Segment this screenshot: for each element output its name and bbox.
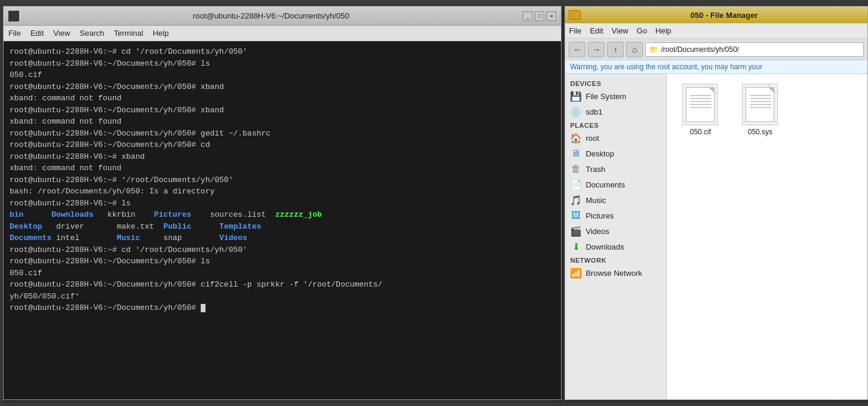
sidebar-item-trash[interactable]: 🗑 Trash	[565, 161, 666, 177]
sidebar-item-downloads[interactable]: ⬇ Downloads	[565, 239, 666, 254]
sidebar-item-browse-network[interactable]: 📶 Browse Network	[565, 265, 666, 281]
term-line: root@ubuntu-2288H-V6:~/Documents/yh/050#…	[10, 279, 555, 302]
term-ls-row2: Desktop driver make.txt Public Templates	[10, 221, 555, 233]
forward-button[interactable]: →	[588, 42, 605, 57]
term-line: root@ubuntu-2288H-V6:~# '/root/Documents…	[10, 174, 555, 186]
menu-search[interactable]: Search	[79, 29, 104, 38]
network-icon: 📶	[570, 267, 582, 279]
close-button[interactable]: ×	[547, 11, 556, 21]
file-line	[750, 107, 771, 108]
menu-file[interactable]: File	[8, 29, 21, 38]
window-controls: _ □ ×	[523, 11, 556, 21]
back-button[interactable]: ←	[569, 42, 585, 57]
sidebar-item-pictures[interactable]: 🖼 Pictures	[565, 208, 666, 223]
term-line: root@ubuntu-2288H-V6:~/Documents/yh/050#…	[10, 104, 555, 116]
fm-titlebar: 050 - File Manager	[565, 7, 867, 23]
file-lines	[750, 95, 771, 110]
sidebar-item-filesystem[interactable]: 💾 File System	[565, 88, 666, 104]
term-line: xband: command not found	[10, 116, 555, 128]
term-line: root@ubuntu-2288H-V6:~# cd '/root/Docume…	[10, 46, 555, 58]
sidebar-item-documents[interactable]: 📄 Documents	[565, 177, 666, 192]
file-lines	[690, 95, 711, 110]
fm-menu-go[interactable]: Go	[637, 26, 647, 35]
term-line: root@ubuntu-2288H-V6:~# ls	[10, 198, 555, 210]
fm-menubar: File Edit View Go Help	[565, 23, 867, 39]
term-ls-row1: bin Downloads kkrbin Pictures sources.li…	[10, 209, 555, 221]
filesystem-label: File System	[585, 92, 626, 101]
file-name-050sys: 050.sys	[748, 128, 772, 136]
file-line	[690, 98, 711, 99]
term-line: xband: command not found	[10, 93, 555, 104]
terminal-icon	[8, 11, 19, 21]
file-line	[690, 101, 711, 102]
menu-terminal[interactable]: Terminal	[114, 29, 143, 38]
desktop-icon: 🖥	[570, 147, 582, 159]
up-button[interactable]: ↑	[607, 42, 624, 57]
sdb1-label: sdb1	[585, 107, 602, 116]
term-line: root@ubuntu-2288H-V6:~# cd '/root/Docume…	[10, 244, 555, 256]
network-header: NETWORK	[565, 254, 666, 265]
file-icon-inner	[686, 87, 714, 122]
trash-label: Trash	[585, 165, 605, 174]
file-line	[750, 104, 771, 105]
downloads-icon: ⬇	[570, 241, 582, 253]
address-folder-icon: 📁	[649, 45, 658, 54]
fm-warning-bar: Warning, you are using the root account,…	[565, 60, 867, 74]
pictures-icon: 🖼	[570, 210, 582, 222]
trash-icon: 🗑	[570, 163, 582, 175]
file-item-050sys[interactable]: 050.sys	[736, 84, 784, 136]
desktop-label: Desktop	[585, 149, 614, 158]
file-line	[750, 101, 771, 102]
file-icon-inner	[746, 87, 774, 122]
file-line	[690, 95, 711, 96]
terminal-titlebar: root@ubuntu-2288H-V6:~/Documents/yh/050 …	[4, 7, 561, 26]
filesystem-icon: 💾	[570, 90, 582, 102]
file-item-050cif[interactable]: 050.cif	[676, 84, 724, 136]
minimize-button[interactable]: _	[523, 11, 532, 21]
fm-sidebar: DEVICES 💾 File System 💿 sdb1 PLACES 🏠 ro…	[565, 74, 667, 399]
sidebar-item-desktop[interactable]: 🖥 Desktop	[565, 146, 666, 161]
address-bar[interactable]: 📁 /root/Documents/yh/050/	[645, 42, 864, 57]
term-line: root@ubuntu-2288H-V6:~/Documents/yh/050#…	[10, 58, 555, 70]
documents-label: Documents	[585, 180, 625, 189]
menu-view[interactable]: View	[53, 29, 70, 38]
file-name-050cif: 050.cif	[690, 128, 711, 136]
music-icon: 🎵	[570, 194, 582, 206]
documents-icon: 📄	[570, 179, 582, 190]
fm-menu-view[interactable]: View	[612, 26, 628, 35]
root-home-icon: 🏠	[570, 132, 582, 144]
videos-icon: 🎬	[570, 225, 582, 237]
watermark: CSDN @脱脱克克	[810, 392, 863, 401]
fm-main-content: 050.cif 050.sys	[667, 74, 867, 399]
folder-icon	[569, 10, 581, 20]
fm-menu-edit[interactable]: Edit	[590, 26, 603, 35]
sidebar-item-root[interactable]: 🏠 root	[565, 130, 666, 146]
terminal-menubar: File Edit View Search Terminal Help	[4, 26, 561, 41]
terminal-window: root@ubuntu-2288H-V6:~/Documents/yh/050 …	[3, 6, 562, 400]
file-icon-050sys	[742, 84, 778, 125]
home-button[interactable]: ⌂	[626, 42, 643, 57]
file-line	[750, 95, 771, 96]
music-label: Music	[585, 196, 606, 205]
term-line: 050.cif	[10, 69, 555, 81]
sidebar-item-sdb1[interactable]: 💿 sdb1	[565, 104, 666, 119]
terminal-content[interactable]: root@ubuntu-2288H-V6:~# cd '/root/Docume…	[4, 41, 561, 399]
term-line: root@ubuntu-2288H-V6:~/Documents/yh/050#…	[10, 256, 555, 267]
filemanager-window: 050 - File Manager File Edit View Go Hel…	[565, 6, 868, 400]
address-text: /root/Documents/yh/050/	[661, 45, 739, 54]
fm-menu-help[interactable]: Help	[655, 26, 671, 35]
term-line: 050.cif	[10, 267, 555, 279]
menu-edit[interactable]: Edit	[30, 29, 44, 38]
fm-menu-file[interactable]: File	[569, 26, 581, 35]
file-line	[690, 107, 711, 108]
file-icon-050cif	[682, 84, 718, 125]
fm-body: DEVICES 💾 File System 💿 sdb1 PLACES 🏠 ro…	[565, 74, 867, 399]
menu-help[interactable]: Help	[153, 29, 169, 38]
fm-toolbar: ← → ↑ ⌂ 📁 /root/Documents/yh/050/	[565, 39, 867, 60]
sidebar-item-music[interactable]: 🎵 Music	[565, 192, 666, 208]
sidebar-item-videos[interactable]: 🎬 Videos	[565, 223, 666, 239]
maximize-button[interactable]: □	[535, 11, 544, 21]
pictures-label: Pictures	[585, 211, 614, 220]
videos-label: Videos	[585, 227, 609, 236]
term-prompt: root@ubuntu-2288H-V6:~/Documents/yh/050#	[10, 302, 555, 314]
